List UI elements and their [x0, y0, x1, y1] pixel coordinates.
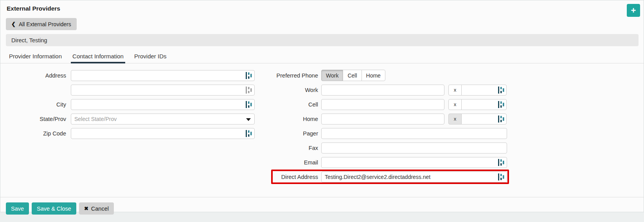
work-ext-prefix: x: [448, 85, 462, 96]
pager-label: Pager: [274, 130, 318, 137]
tab-bar: Provider Information Contact Information…: [0, 50, 644, 63]
cell-phone-input[interactable]: [321, 99, 444, 110]
address-row: Address: [0, 68, 259, 83]
address-line2-row: [0, 83, 259, 97]
cell-phone-row: Cell x: [274, 97, 517, 112]
close-icon: ✖: [84, 206, 88, 211]
direct-address-input[interactable]: [321, 171, 507, 182]
tab-provider-ids[interactable]: Provider IDs: [133, 50, 168, 63]
state-select[interactable]: Select State/Prov: [71, 114, 255, 125]
plus-icon: +: [631, 5, 636, 16]
work-phone-input[interactable]: [321, 85, 444, 96]
save-button[interactable]: Save: [6, 202, 29, 215]
cell-ext-input[interactable]: [461, 99, 507, 110]
preferred-phone-work-button[interactable]: Work: [321, 70, 343, 81]
cancel-button-label: Cancel: [91, 206, 109, 212]
preferred-phone-row: Preferred Phone Work Cell Home: [274, 68, 517, 83]
address-label: Address: [0, 72, 66, 79]
address-form-column: Address: [0, 68, 259, 141]
add-provider-button[interactable]: +: [627, 4, 640, 17]
save-and-close-label: Save & Close: [37, 206, 71, 212]
chevron-down-icon: [246, 118, 251, 121]
external-providers-panel: External Providers + ❮ All External Prov…: [0, 0, 644, 212]
fax-row: Fax: [274, 141, 517, 155]
state-select-placeholder: Select State/Prov: [74, 116, 117, 122]
footer-divider: [0, 197, 644, 197]
direct-address-row-highlight: Direct Address: [271, 170, 509, 184]
save-button-label: Save: [11, 206, 24, 212]
back-button[interactable]: ❮ All External Providers: [6, 18, 77, 30]
email-input[interactable]: [321, 157, 507, 168]
home-phone-input[interactable]: [321, 114, 444, 125]
city-input[interactable]: [71, 99, 255, 110]
address-line2-input[interactable]: [71, 85, 255, 96]
preferred-phone-label: Preferred Phone: [274, 72, 318, 79]
fax-input[interactable]: [321, 143, 507, 153]
email-label: Email: [274, 159, 318, 166]
address-line1-input[interactable]: [71, 70, 255, 81]
preferred-phone-home-button[interactable]: Home: [362, 70, 385, 81]
cell-ext-prefix: x: [448, 99, 462, 110]
pager-row: Pager: [274, 126, 517, 141]
preferred-phone-toggle: Work Cell Home: [321, 70, 385, 81]
email-row: Email: [274, 155, 517, 170]
work-phone-row: Work x: [274, 83, 517, 97]
record-name: Direct, Testing: [11, 37, 47, 43]
city-row: City: [0, 97, 259, 112]
state-label: State/Prov: [0, 116, 66, 122]
back-button-label: All External Providers: [19, 21, 71, 27]
page-title: External Providers: [7, 5, 60, 12]
home-ext-prefix: x: [448, 114, 462, 125]
direct-address-label: Direct Address: [274, 174, 318, 180]
work-ext-input[interactable]: [461, 85, 507, 96]
zip-row: Zip Code: [0, 126, 259, 141]
chevron-left-icon: ❮: [11, 21, 16, 27]
footer-actions: Save Save & Close ✖ Cancel: [6, 202, 114, 215]
state-row: State/Prov Select State/Prov: [0, 112, 259, 126]
home-phone-row: Home x: [274, 112, 517, 126]
fax-label: Fax: [274, 145, 318, 151]
pager-input[interactable]: [321, 128, 507, 139]
city-label: City: [0, 101, 66, 108]
save-and-close-button[interactable]: Save & Close: [32, 202, 76, 215]
preferred-phone-cell-button[interactable]: Cell: [343, 70, 362, 81]
zip-label: Zip Code: [0, 130, 66, 137]
tab-contact-information[interactable]: Contact Information: [71, 50, 125, 63]
tab-provider-information[interactable]: Provider Information: [7, 50, 63, 63]
home-ext-input[interactable]: [461, 114, 507, 125]
cell-phone-label: Cell: [274, 101, 318, 108]
record-name-bar: Direct, Testing: [6, 34, 639, 46]
work-phone-label: Work: [274, 87, 318, 93]
phone-form-column: Preferred Phone Work Cell Home Work x: [274, 68, 517, 184]
home-phone-label: Home: [274, 116, 318, 122]
cancel-button[interactable]: ✖ Cancel: [79, 202, 114, 215]
zip-input[interactable]: [71, 128, 255, 139]
